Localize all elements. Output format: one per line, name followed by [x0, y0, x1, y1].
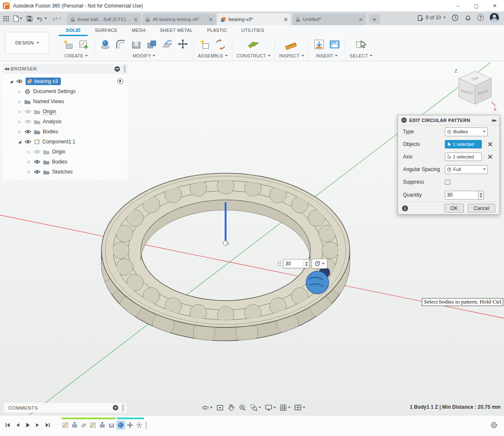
step-forward-button[interactable]	[34, 421, 42, 429]
timeline-item-shell[interactable]	[107, 421, 116, 429]
selected-ball[interactable]	[306, 271, 329, 294]
close-tab-icon[interactable]	[209, 18, 213, 21]
undo-button[interactable]	[37, 16, 47, 21]
construction-plane-icon[interactable]	[246, 38, 260, 51]
type-select[interactable]: Bodies	[445, 127, 488, 136]
visibility-eye-icon[interactable]	[24, 129, 31, 134]
dialog-header[interactable]: EDIT CIRCULAR PATTERN ▶▶	[398, 115, 499, 125]
angular-spacing-select[interactable]: Full	[445, 165, 488, 174]
tree-row-component-bodies[interactable]: ▷ Bodies	[3, 157, 127, 167]
expand-arrow[interactable]: ▷	[18, 110, 22, 114]
measure-icon[interactable]	[284, 38, 299, 51]
comments-panel[interactable]: COMMENTS	[4, 403, 127, 413]
root-document-chip[interactable]: bearing v3	[26, 78, 61, 85]
cancel-button[interactable]: Cancel	[468, 204, 495, 213]
step-back-button[interactable]	[13, 421, 22, 429]
decal-icon[interactable]	[328, 38, 341, 51]
timeline-item-extrude[interactable]	[70, 421, 79, 429]
panel-drag-handle[interactable]	[122, 404, 124, 412]
visibility-eye-icon[interactable]	[34, 159, 41, 164]
minimize-panel-icon[interactable]	[114, 66, 120, 72]
file-menu-button[interactable]	[13, 15, 22, 22]
visibility-eye-icon[interactable]	[24, 119, 31, 124]
save-icon[interactable]	[26, 16, 33, 22]
zoom-icon[interactable]	[239, 404, 247, 412]
expand-arrow[interactable]: ▷	[27, 170, 31, 174]
redo-button[interactable]	[51, 16, 61, 21]
create-sketch-icon[interactable]	[78, 38, 90, 51]
orbit-button[interactable]	[201, 404, 213, 412]
group-modify-label[interactable]: MODIFY	[133, 53, 151, 58]
angular-spacing-button[interactable]	[312, 259, 327, 269]
insert-svg-icon[interactable]	[313, 38, 325, 51]
axis-selection-chip[interactable]: 1 selected	[445, 153, 482, 161]
view-cube[interactable]: Z TOP FRONT RIGHT X	[451, 66, 498, 113]
go-to-end-button[interactable]	[44, 421, 52, 429]
quantity-spinner[interactable]	[478, 191, 484, 200]
info-icon[interactable]	[402, 205, 408, 211]
tab-utilities[interactable]: UTILITIES	[234, 25, 271, 36]
new-tab-button[interactable]: +	[369, 14, 380, 23]
help-icon[interactable]: ?	[477, 14, 484, 21]
timeline-item-sphere[interactable]	[117, 421, 125, 429]
visibility-eye-icon[interactable]	[24, 139, 31, 144]
expand-arrow[interactable]: ◢	[9, 79, 13, 83]
expand-arrow[interactable]: ▷	[18, 120, 22, 124]
tab-mesh[interactable]: MESH	[125, 25, 153, 36]
group-select-label[interactable]: SELECT	[350, 53, 368, 58]
minimize-button[interactable]: –	[449, 0, 467, 12]
group-assemble-label[interactable]: ASSEMBLE	[198, 53, 223, 58]
panel-drag-handle[interactable]	[124, 65, 126, 73]
expand-arrow[interactable]: ▷	[18, 100, 22, 104]
timeline-item-sketch[interactable]	[89, 421, 97, 429]
tree-row-origin[interactable]: ▷ Origin	[3, 106, 127, 117]
expand-arrow[interactable]: ▷	[27, 150, 31, 154]
select-icon[interactable]	[354, 38, 368, 51]
look-at-icon[interactable]	[216, 404, 224, 412]
add-comment-icon[interactable]	[113, 405, 118, 410]
activate-component-radio[interactable]	[117, 78, 123, 84]
document-tab[interactable]: linear ball ...5x8 (CTC) v2	[67, 13, 141, 25]
document-tab-active[interactable]: bearing v3*	[217, 13, 291, 25]
go-to-start-button[interactable]	[3, 421, 12, 429]
visibility-eye-icon[interactable]	[24, 109, 31, 114]
close-tab-icon[interactable]	[134, 18, 138, 21]
tree-label[interactable]: Named Views	[33, 99, 64, 104]
tree-label[interactable]: Origin	[43, 109, 56, 115]
tree-label[interactable]: Analysis	[43, 119, 62, 125]
objects-selection-chip[interactable]: 1 selected	[445, 140, 482, 148]
grid-snap-button[interactable]	[279, 404, 291, 412]
timeline-end-marker[interactable]	[145, 421, 147, 429]
maximize-button[interactable]: ▢	[467, 0, 486, 12]
new-body-icon[interactable]	[62, 38, 75, 51]
tree-label[interactable]: Bodies	[43, 129, 58, 135]
tab-sheet-metal[interactable]: SHEET METAL	[153, 25, 200, 36]
tree-label[interactable]: Origin	[52, 149, 65, 155]
tree-row-bodies[interactable]: ▷ Bodies	[3, 127, 127, 137]
viewports-button[interactable]	[294, 404, 305, 412]
shell-icon[interactable]	[130, 38, 143, 51]
close-tab-icon[interactable]	[284, 18, 288, 21]
quantity-input[interactable]	[445, 191, 478, 200]
notifications-bell-icon[interactable]	[465, 14, 471, 21]
clear-axis-icon[interactable]	[488, 154, 493, 159]
suppress-checkbox[interactable]	[445, 179, 450, 185]
user-avatar[interactable]	[490, 13, 499, 22]
tree-row-root[interactable]: ◢ bearing v3	[3, 76, 127, 86]
document-tab[interactable]: 45 bearing testing v6*	[142, 13, 216, 25]
app-launcher-icon[interactable]	[3, 16, 9, 21]
timeline-item-extrude[interactable]	[98, 421, 107, 429]
expand-arrow[interactable]: ▷	[18, 90, 22, 93]
viewport-canvas[interactable]: Z TOP FRONT RIGHT X ◀◀ BROWSER ◢	[0, 62, 504, 415]
group-insert-label[interactable]: INSERT	[316, 53, 333, 58]
close-tab-icon[interactable]	[359, 18, 363, 21]
group-construct-label[interactable]: CONSTRUCT	[236, 53, 266, 58]
workspace-selector[interactable]: DESIGN	[5, 32, 49, 54]
pattern-quantity-spinner[interactable]	[304, 260, 309, 268]
press-pull-icon[interactable]	[99, 38, 112, 51]
ok-button[interactable]: OK	[444, 204, 463, 213]
origin-marker[interactable]	[223, 241, 228, 246]
timeline-item-sketch[interactable]	[61, 421, 70, 429]
visibility-eye-icon[interactable]	[34, 149, 41, 154]
joint-icon[interactable]	[214, 38, 227, 51]
